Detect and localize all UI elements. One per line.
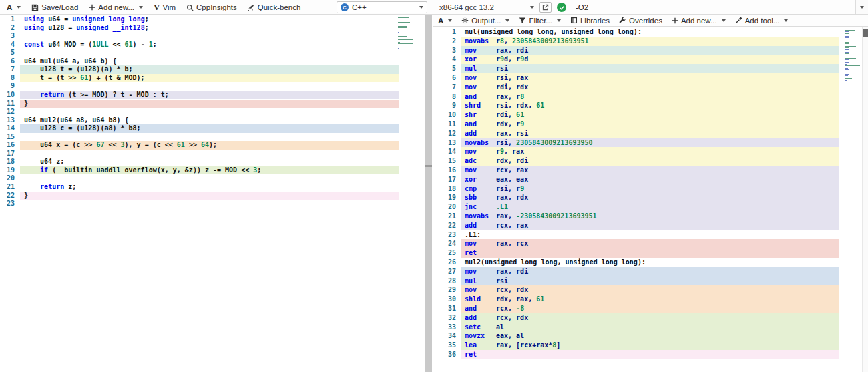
libraries-button[interactable]: Libraries xyxy=(566,15,614,27)
asm-line[interactable]: 15adcrdx, rdi xyxy=(433,156,868,166)
asm-line[interactable]: 3movrax, rdi xyxy=(433,46,868,55)
asm-line[interactable]: 26mul2(unsigned long long, unsigned long… xyxy=(433,258,868,267)
asm-line[interactable]: 10shrrdi, 61 xyxy=(433,110,868,120)
asm-line[interactable]: 21movabsrax, -2305843009213693951 xyxy=(433,212,868,221)
code-line[interactable]: 18 u64 z; xyxy=(0,158,425,166)
font-size-button[interactable]: A xyxy=(1,0,26,15)
minimap-line xyxy=(845,67,849,67)
code-line[interactable]: 19 if (__builtin_uaddll_overflow(x, y, &… xyxy=(0,166,425,175)
asm-line[interactable]: 29movrcx, rdx xyxy=(433,285,868,295)
asm-line[interactable]: 1mul(unsigned long long, unsigned long l… xyxy=(433,27,868,37)
cppinsights-label: CppInsights xyxy=(196,3,237,11)
line-number: 21 xyxy=(440,212,456,221)
asm-font-size-button[interactable]: A xyxy=(433,15,457,27)
minimap-line xyxy=(398,42,400,43)
asm-line[interactable]: 20jnc.L1 xyxy=(433,202,868,212)
asm-line[interactable]: 7movrdi, rdx xyxy=(433,83,868,92)
code-text: andrax, r8 xyxy=(461,92,839,102)
asm-line[interactable]: 6movrsi, rax xyxy=(433,73,868,83)
code-line[interactable]: 4const u64 MOD = (1ULL << 61) - 1; xyxy=(0,41,425,49)
code-line[interactable]: 16 u64 x = (c >> 67 << 3), y = (c << 61 … xyxy=(0,141,425,150)
compiler-options-input[interactable]: -O2 xyxy=(576,0,588,15)
code-line[interactable]: 10 return (t >= MOD) ? t - MOD : t; xyxy=(0,91,425,100)
asm-line[interactable]: 8andrax, r8 xyxy=(433,92,868,102)
code-line[interactable]: 22} xyxy=(0,192,425,200)
asm-line[interactable]: 18cmprsi, r9 xyxy=(433,184,868,194)
code-text: mulrsi xyxy=(461,276,839,286)
code-line[interactable]: 2using u128 = unsigned __int128; xyxy=(0,24,425,33)
line-number: 23 xyxy=(0,200,15,208)
asm-line[interactable]: 36ret xyxy=(433,350,868,359)
code-line[interactable]: 6u64 mul(u64 a, u64 b) { xyxy=(0,57,425,66)
asm-line[interactable]: 28mulrsi xyxy=(433,276,868,286)
line-number: 9 xyxy=(440,101,456,110)
code-line[interactable]: 12 xyxy=(0,108,425,116)
asm-line[interactable]: 11andrdx, r9 xyxy=(433,120,868,129)
output-button[interactable]: Output... xyxy=(457,15,514,27)
asm-line[interactable]: 27movrax, rdi xyxy=(433,267,868,276)
code-line[interactable]: 9 xyxy=(0,82,425,91)
code-line[interactable]: 5 xyxy=(0,49,425,57)
code-line[interactable]: 23 xyxy=(0,200,425,208)
asm-line[interactable]: 12addrax, rsi xyxy=(433,129,868,138)
compiler-selector[interactable]: x86-64 gcc 13.2 xyxy=(439,0,534,15)
asm-line[interactable]: 13movabsrsi, 2305843009213693950 xyxy=(433,138,868,148)
code-line[interactable]: 13u64 mul2(u64 a8, u64 b8) { xyxy=(0,116,425,125)
asm-line[interactable]: 17xoreax, eax xyxy=(433,175,868,184)
code-line[interactable]: 14 u128 c = (u128)(a8) * b8; xyxy=(0,124,425,133)
add-new-button[interactable]: Add new... xyxy=(83,0,148,15)
code-line[interactable]: 7 u128 t = (u128)(a) * b; xyxy=(0,65,425,74)
code-line[interactable]: 17 xyxy=(0,150,425,158)
asm-line[interactable]: 5mulrsi xyxy=(433,64,868,73)
open-in-new-window-button[interactable] xyxy=(539,2,552,13)
add-tool-button[interactable]: Add tool... xyxy=(730,15,793,27)
code-text: movrsi, rax xyxy=(461,73,839,83)
cppinsights-button[interactable]: CppInsights xyxy=(181,0,242,15)
code-line[interactable]: 1using u64 = unsigned long long; xyxy=(0,15,425,24)
asm-line[interactable]: 32addrcx, rdx xyxy=(433,313,868,323)
line-number: 26 xyxy=(440,258,456,267)
language-selector[interactable]: C C++ xyxy=(337,1,427,13)
code-line[interactable]: 3 xyxy=(0,32,425,41)
asm-line[interactable]: 19sbbrax, rdx xyxy=(433,193,868,202)
minimap-line xyxy=(845,43,849,44)
asm-line[interactable]: 23.L1: xyxy=(433,230,868,240)
pane-splitter[interactable] xyxy=(425,15,432,372)
asm-line[interactable]: 25ret xyxy=(433,248,868,258)
line-number: 10 xyxy=(440,110,456,120)
asm-line[interactable]: 16movrcx, rax xyxy=(433,166,868,175)
asm-line[interactable]: 30shldrdx, rax, 61 xyxy=(433,295,868,304)
assembly-output[interactable]: 1mul(unsigned long long, unsigned long l… xyxy=(433,27,868,372)
line-number: 10 xyxy=(0,91,15,100)
minimap-line xyxy=(845,45,849,45)
assembly-scrollbar-thumb[interactable] xyxy=(863,29,868,37)
vim-toggle-button[interactable]: V Vim xyxy=(148,0,181,15)
code-line[interactable]: 20 xyxy=(0,174,425,183)
asm-line[interactable]: 22addrcx, rax xyxy=(433,221,868,230)
filter-button[interactable]: Filter... xyxy=(514,15,566,27)
source-minimap[interactable] xyxy=(398,17,414,55)
options-dropdown-button[interactable] xyxy=(855,0,868,14)
quick-bench-button[interactable]: Quick-bench xyxy=(242,0,306,15)
line-number: 7 xyxy=(440,83,456,92)
asm-line[interactable]: 14movr9, rax xyxy=(433,147,868,156)
code-line[interactable]: 21 return z; xyxy=(0,183,425,192)
code-line[interactable]: 11} xyxy=(0,100,425,108)
save-load-button[interactable]: Save/Load xyxy=(26,0,83,15)
code-line[interactable]: 8 t = (t >> 61) + (t & MOD); xyxy=(0,74,425,83)
asm-line[interactable]: 31andrcx, -8 xyxy=(433,304,868,313)
asm-line[interactable]: 33setcal xyxy=(433,323,868,332)
asm-line[interactable]: 2movabsr8, 2305843009213693951 xyxy=(433,37,868,46)
asm-line[interactable]: 24movrax, rcx xyxy=(433,239,868,248)
code-line[interactable]: 15 xyxy=(0,133,425,142)
asm-line[interactable]: 4xorr9d, r9d xyxy=(433,55,868,64)
asm-line[interactable]: 35learax, [rcx+rax*8] xyxy=(433,341,868,350)
asm-add-new-button[interactable]: Add new... xyxy=(667,15,730,27)
asm-line[interactable]: 9shrdrsi, rdx, 61 xyxy=(433,101,868,110)
overrides-button[interactable]: Overrides xyxy=(614,15,667,27)
assembly-scrollbar-track[interactable] xyxy=(862,27,868,372)
compiler-label: x86-64 gcc 13.2 xyxy=(439,3,494,11)
asm-line[interactable]: 34movzxeax, al xyxy=(433,331,868,341)
assembly-minimap[interactable] xyxy=(845,29,861,79)
source-editor[interactable]: 1using u64 = unsigned long long;2using u… xyxy=(0,15,425,372)
